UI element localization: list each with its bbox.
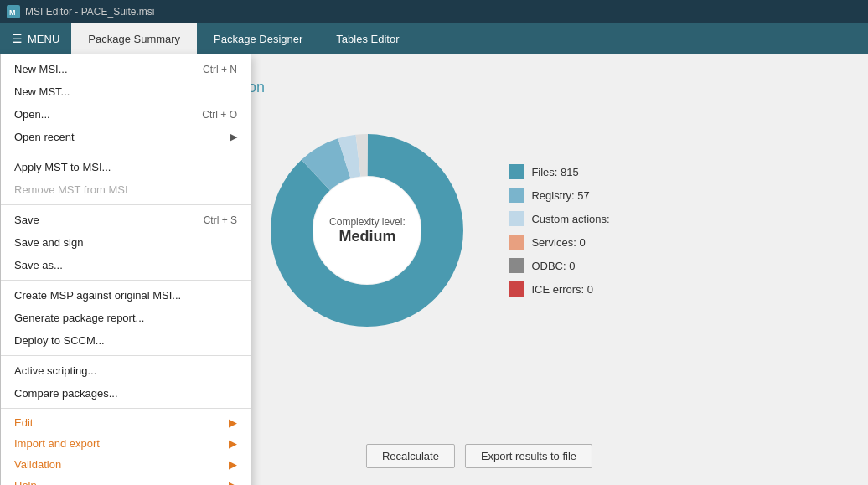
legend-label-services: Services: 0 bbox=[531, 236, 585, 249]
donut-chart: Complexity level: Medium bbox=[258, 121, 476, 339]
svg-text:M: M bbox=[9, 8, 16, 17]
chart-container: Complexity level: Medium Files: 815 Regi… bbox=[258, 121, 609, 339]
donut-svg bbox=[258, 121, 476, 339]
menu-item-generate-report[interactable]: Generate package report... bbox=[1, 307, 251, 329]
menu-item-compare-packages[interactable]: Compare packages... bbox=[1, 382, 251, 405]
legend-label-odbc: ODBC: 0 bbox=[531, 260, 575, 272]
menu-item-remove-mst: Remove MST from MSI bbox=[1, 178, 251, 201]
chart-legend: Files: 815 Registry: 57 Custom actions: … bbox=[509, 164, 609, 297]
title-bar-text: MSI Editor - PACE_Suite.msi bbox=[25, 6, 155, 18]
menu-item-open[interactable]: Open... Ctrl + O bbox=[1, 103, 251, 126]
recalculate-button[interactable]: Recalculate bbox=[366, 444, 455, 468]
menu-item-save-as[interactable]: Save as... bbox=[1, 254, 251, 276]
menu-label: MENU bbox=[28, 33, 59, 45]
export-results-button[interactable]: Export results to file bbox=[465, 444, 592, 468]
tab-package-designer[interactable]: Package Designer bbox=[197, 23, 319, 54]
menu-item-new-msi[interactable]: New MSI... Ctrl + N bbox=[1, 58, 251, 80]
bottom-bar: Recalculate Export results to file bbox=[366, 444, 592, 468]
hamburger-icon: ☰ bbox=[12, 32, 23, 45]
donut-hole bbox=[313, 177, 421, 284]
legend-label-ice-errors: ICE errors: 0 bbox=[531, 283, 593, 296]
legend-color-services bbox=[509, 235, 524, 250]
tab-tables-editor[interactable]: Tables Editor bbox=[319, 23, 416, 54]
menu-item-save-sign[interactable]: Save and sign bbox=[1, 231, 251, 254]
menu-section-help[interactable]: Help ▶ bbox=[1, 475, 251, 485]
menu-item-save[interactable]: Save Ctrl + S bbox=[1, 209, 251, 231]
legend-color-files bbox=[509, 164, 524, 179]
legend-color-ice-errors bbox=[509, 281, 524, 297]
menu-item-apply-mst[interactable]: Apply MST to MSI... bbox=[1, 156, 251, 178]
menu-item-active-scripting[interactable]: Active scripting... bbox=[1, 359, 251, 382]
legend-color-custom-actions bbox=[509, 211, 524, 226]
legend-item-files: Files: 815 bbox=[509, 164, 609, 179]
menu-button[interactable]: ☰ MENU bbox=[0, 23, 71, 54]
nav-bar: ☰ MENU Package Summary Package Designer … bbox=[0, 23, 868, 54]
legend-color-registry bbox=[509, 188, 524, 203]
menu-section-validation[interactable]: Validation ▶ bbox=[1, 454, 251, 475]
separator-1 bbox=[1, 152, 251, 152]
legend-item-services: Services: 0 bbox=[509, 235, 609, 250]
separator-4 bbox=[1, 355, 251, 356]
legend-item-odbc: ODBC: 0 bbox=[509, 258, 609, 273]
app-icon: M bbox=[7, 5, 20, 18]
menu-item-deploy-sccm[interactable]: Deploy to SCCM... bbox=[1, 329, 251, 352]
menu-item-open-recent[interactable]: Open recent ▶ bbox=[1, 126, 251, 148]
legend-label-registry: Registry: 57 bbox=[531, 189, 589, 202]
separator-2 bbox=[1, 204, 251, 205]
menu-section-edit[interactable]: Edit ▶ bbox=[1, 412, 251, 433]
legend-label-custom-actions: Custom actions: bbox=[531, 213, 609, 225]
separator-3 bbox=[1, 280, 251, 281]
legend-label-files: Files: 815 bbox=[531, 166, 578, 178]
legend-item-ice-errors: ICE errors: 0 bbox=[509, 281, 609, 297]
menu-section-import-export[interactable]: Import and export ▶ bbox=[1, 433, 251, 454]
tab-package-summary[interactable]: Package Summary bbox=[71, 23, 197, 54]
legend-color-odbc bbox=[509, 258, 524, 273]
title-bar: M MSI Editor - PACE_Suite.msi bbox=[0, 0, 868, 23]
legend-item-custom-actions: Custom actions: bbox=[509, 211, 609, 226]
menu-item-create-msp[interactable]: Create MSP against original MSI... bbox=[1, 284, 251, 307]
legend-item-registry: Registry: 57 bbox=[509, 188, 609, 203]
separator-5 bbox=[1, 408, 251, 409]
menu-item-new-mst[interactable]: New MST... bbox=[1, 80, 251, 103]
dropdown-menu: New MSI... Ctrl + N New MST... Open... C… bbox=[0, 54, 251, 485]
